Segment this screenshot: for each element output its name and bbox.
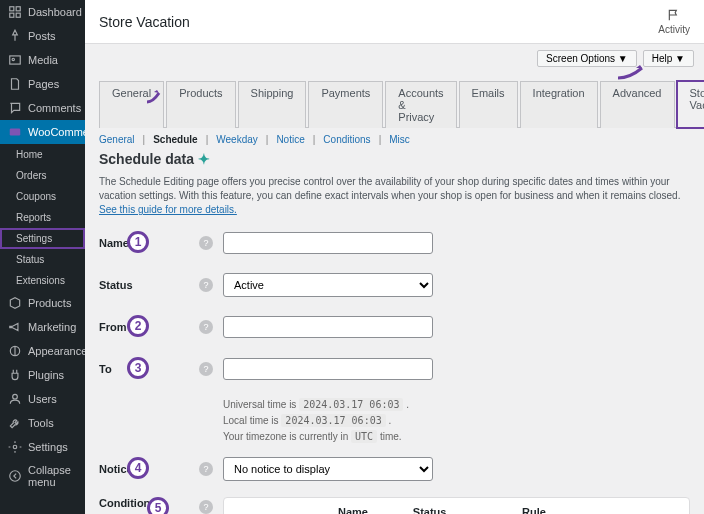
- tab-general[interactable]: General: [99, 81, 164, 128]
- sidebar-item-dashboard[interactable]: Dashboard: [0, 0, 85, 24]
- sidebar-item-label: Media: [28, 54, 58, 66]
- sidebar-item-label: Status: [16, 254, 44, 265]
- tab-payments[interactable]: Payments: [308, 81, 383, 128]
- woo-icon: [8, 125, 22, 139]
- sidebar-item-woocommerce[interactable]: WooCommerce: [0, 120, 85, 144]
- annotation-badge-4: 4: [127, 457, 149, 479]
- help-icon[interactable]: ?: [199, 462, 213, 476]
- page-title: Store Vacation: [99, 14, 190, 30]
- sidebar-item-label: Dashboard: [28, 6, 82, 18]
- subtab-misc[interactable]: Misc: [389, 134, 410, 145]
- sidebar-item-label: Coupons: [16, 191, 56, 202]
- page-icon: [8, 77, 22, 91]
- from-input[interactable]: [223, 316, 433, 338]
- from-label: From: [99, 321, 199, 333]
- settings-tabs: GeneralProductsShippingPaymentsAccounts …: [99, 81, 690, 128]
- sidebar-item-orders[interactable]: Orders: [0, 165, 85, 186]
- screen-options-button[interactable]: Screen Options ▼: [537, 50, 637, 67]
- guide-link[interactable]: See this guide for more details.: [99, 204, 237, 215]
- sidebar-item-reports[interactable]: Reports: [0, 207, 85, 228]
- users-icon: [8, 392, 22, 406]
- sidebar-item-label: Comments: [28, 102, 81, 114]
- tab-emails[interactable]: Emails: [459, 81, 518, 128]
- help-icon[interactable]: ?: [199, 500, 213, 514]
- comment-icon: [8, 101, 22, 115]
- sidebar-item-label: Posts: [28, 30, 56, 42]
- help-icon[interactable]: ?: [199, 362, 213, 376]
- sidebar-item-pages[interactable]: Pages: [0, 72, 85, 96]
- subtab-general[interactable]: General: [99, 134, 135, 145]
- svg-point-8: [13, 394, 18, 399]
- tab-shipping[interactable]: Shipping: [238, 81, 307, 128]
- subtab-conditions[interactable]: Conditions: [323, 134, 370, 145]
- sidebar-item-extensions[interactable]: Extensions: [0, 270, 85, 291]
- svg-point-9: [13, 445, 17, 449]
- tools-icon: [8, 416, 22, 430]
- help-icon[interactable]: ?: [199, 278, 213, 292]
- sidebar-item-appearance[interactable]: Appearance: [0, 339, 85, 363]
- sidebar-item-coupons[interactable]: Coupons: [0, 186, 85, 207]
- screen-options-bar: Screen Options ▼ Help ▼: [85, 44, 704, 73]
- marketing-icon: [8, 320, 22, 334]
- name-input[interactable]: [223, 232, 433, 254]
- sidebar-item-label: Collapse menu: [28, 464, 77, 488]
- annotation-badge-3: 3: [127, 357, 149, 379]
- conditions-header: Name Status Rule: [224, 498, 689, 514]
- notice-select[interactable]: No notice to display: [223, 457, 433, 481]
- notice-label: Notice: [99, 463, 199, 475]
- help-button[interactable]: Help ▼: [643, 50, 694, 67]
- activity-button[interactable]: Activity: [658, 8, 690, 35]
- svg-rect-2: [10, 13, 14, 17]
- help-icon[interactable]: ?: [199, 236, 213, 250]
- tab-products[interactable]: Products: [166, 81, 235, 128]
- sidebar-item-label: Marketing: [28, 321, 76, 333]
- sidebar-item-label: Reports: [16, 212, 51, 223]
- subtab-schedule[interactable]: Schedule: [153, 134, 197, 145]
- sidebar-item-label: Orders: [16, 170, 47, 181]
- dashboard-icon: [8, 5, 22, 19]
- sidebar-item-marketing[interactable]: Marketing: [0, 315, 85, 339]
- sidebar-item-plugins[interactable]: Plugins: [0, 363, 85, 387]
- sidebar-item-label: Settings: [16, 233, 52, 244]
- sidebar-item-home[interactable]: Home: [0, 144, 85, 165]
- svg-rect-6: [10, 129, 21, 136]
- tab-store-vacation[interactable]: Store Vacation: [677, 81, 705, 128]
- sidebar-item-label: Plugins: [28, 369, 64, 381]
- sidebar-item-label: Products: [28, 297, 71, 309]
- svg-rect-1: [16, 7, 20, 11]
- sidebar-item-tools[interactable]: Tools: [0, 411, 85, 435]
- svg-point-5: [12, 58, 14, 60]
- sidebar-item-products[interactable]: Products: [0, 291, 85, 315]
- to-input[interactable]: [223, 358, 433, 380]
- sidebar-item-settings[interactable]: Settings: [0, 228, 85, 249]
- main-content: Store Vacation Activity Screen Options ▼…: [85, 0, 704, 514]
- sidebar-item-label: Extensions: [16, 275, 65, 286]
- settings-icon: [8, 440, 22, 454]
- subtab-weekday[interactable]: Weekday: [216, 134, 258, 145]
- tab-advanced[interactable]: Advanced: [600, 81, 675, 128]
- section-title: Schedule data ✦: [99, 151, 690, 167]
- section-description: The Schedule Editing page offers you pre…: [99, 175, 690, 217]
- status-select[interactable]: Active: [223, 273, 433, 297]
- collapse-icon: [8, 469, 22, 483]
- sidebar-item-status[interactable]: Status: [0, 249, 85, 270]
- sidebar-item-posts[interactable]: Posts: [0, 24, 85, 48]
- sidebar-item-collapse-menu[interactable]: Collapse menu: [0, 459, 85, 493]
- admin-sidebar: DashboardPostsMediaPagesCommentsWooComme…: [0, 0, 85, 514]
- sidebar-item-comments[interactable]: Comments: [0, 96, 85, 120]
- tab-accounts-privacy[interactable]: Accounts & Privacy: [385, 81, 456, 128]
- tab-integration[interactable]: Integration: [520, 81, 598, 128]
- sidebar-item-label: Users: [28, 393, 57, 405]
- appearance-icon: [8, 344, 22, 358]
- sidebar-item-label: Pages: [28, 78, 59, 90]
- sidebar-item-label: Settings: [28, 441, 68, 453]
- sidebar-item-label: Appearance: [28, 345, 87, 357]
- topbar: Store Vacation Activity: [85, 0, 704, 44]
- pin-icon: [8, 29, 22, 43]
- help-icon[interactable]: ?: [199, 320, 213, 334]
- subtabs: General | Schedule | Weekday | Notice | …: [99, 134, 690, 145]
- sidebar-item-media[interactable]: Media: [0, 48, 85, 72]
- sidebar-item-settings[interactable]: Settings: [0, 435, 85, 459]
- subtab-notice[interactable]: Notice: [276, 134, 304, 145]
- sidebar-item-users[interactable]: Users: [0, 387, 85, 411]
